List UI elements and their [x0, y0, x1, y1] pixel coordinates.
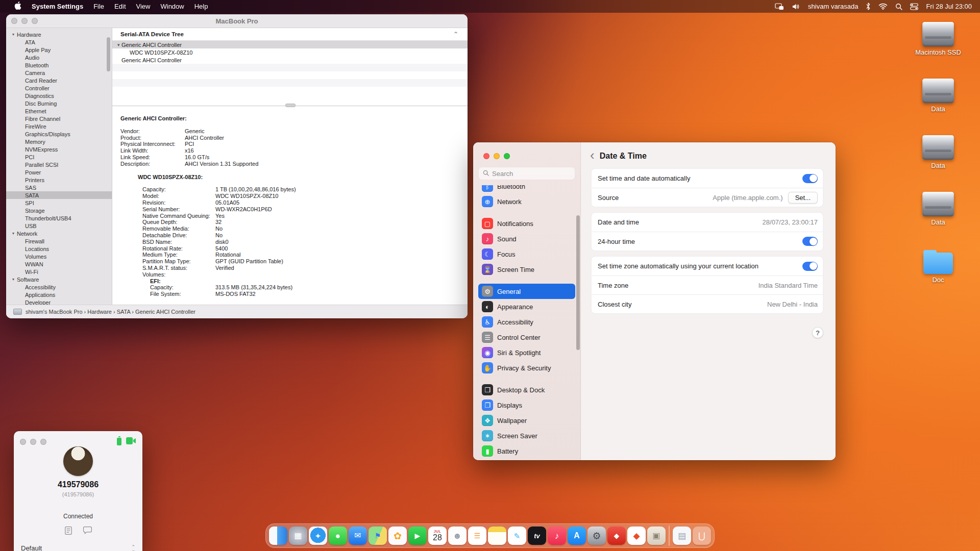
sysinfo-sidebar-item[interactable]: USB — [6, 222, 112, 230]
menubar-clock[interactable]: Fri 28 Jul 23:00 — [926, 0, 972, 13]
chat-icon[interactable] — [83, 526, 92, 537]
sysinfo-sidebar-item[interactable]: Ethernet — [6, 107, 112, 115]
dock-tv[interactable]: tv — [528, 527, 546, 545]
collapse-chevron-icon[interactable]: ⌃ — [453, 31, 458, 38]
wifi-icon[interactable] — [878, 0, 888, 13]
sysinfo-sidebar-item[interactable]: Disc Burning — [6, 99, 112, 107]
sysinfo-sidebar-item[interactable]: Fibre Channel — [6, 115, 112, 122]
device-tree-row[interactable]: WDC WD10SPZX-08Z10 — [112, 48, 468, 56]
desktop-icon-data-1[interactable]: Data — [908, 79, 969, 113]
sysinfo-sidebar-item[interactable]: Developer — [6, 298, 112, 305]
device-tree-row[interactable] — [112, 64, 468, 71]
sysinfo-sidebar-item[interactable]: Thunderbolt/USB4 — [6, 214, 112, 222]
dock-notes[interactable] — [488, 527, 506, 545]
dock-music[interactable]: ♪ — [548, 527, 566, 545]
minimize-button[interactable] — [30, 439, 36, 445]
minimize-button[interactable] — [494, 153, 500, 159]
sysinfo-sidebar-item[interactable]: Power — [6, 168, 112, 176]
sysinfo-sidebar-item[interactable]: PCI — [6, 153, 112, 161]
sidebar-scrollbar[interactable] — [107, 37, 110, 71]
sysinfo-sidebar-item[interactable]: Volumes — [6, 253, 112, 260]
dock-maps[interactable]: ⚑ — [369, 527, 387, 545]
sysinfo-sidebar-item[interactable]: FireWire — [6, 122, 112, 130]
sysinfo-sidebar-item[interactable]: SAS — [6, 184, 112, 191]
dock-freeform[interactable]: ✎ — [508, 527, 526, 545]
sysinfo-sidebar-item[interactable]: Camera — [6, 69, 112, 77]
sidebar-item-network[interactable]: ⊕ Network — [478, 194, 575, 209]
desktop-icon-doc[interactable]: Doc — [908, 248, 969, 284]
sysinfo-sidebar-item[interactable]: Accessibility — [6, 283, 112, 291]
control-center-icon[interactable] — [910, 0, 918, 13]
sysinfo-sidebar-item[interactable]: NVMExpress — [6, 145, 112, 153]
menu-item[interactable]: File — [88, 0, 109, 13]
dock-photos[interactable]: ✿ — [388, 527, 407, 545]
zoom-button[interactable] — [504, 153, 510, 159]
set-source-button[interactable]: Set... — [788, 192, 818, 204]
sysinfo-sidebar-item[interactable]: Locations — [6, 245, 112, 253]
dock-contacts[interactable]: ☻ — [448, 527, 467, 545]
sysinfo-sidebar-item[interactable]: Card Reader — [6, 77, 112, 84]
sidebar-item-accessibility[interactable]: ♿ Accessibility — [478, 314, 575, 330]
dock-separator[interactable] — [669, 525, 670, 546]
sysinfo-sidebar-item[interactable]: Storage — [6, 207, 112, 214]
auto-timezone-toggle[interactable] — [802, 262, 818, 271]
apple-menu[interactable] — [9, 0, 27, 13]
dock-reminders[interactable]: ☰ — [468, 527, 486, 545]
desktop-icon-macintosh-ssd[interactable]: Macintosh SSD — [908, 22, 969, 56]
video-call-icon[interactable] — [126, 437, 136, 446]
sidebar-item-focus[interactable]: ☾ Focus — [478, 246, 575, 262]
settings-sidebar-scrollbar[interactable] — [576, 215, 580, 350]
sysinfo-sidebar-item[interactable]: ATA — [6, 38, 112, 46]
volume-icon[interactable] — [792, 0, 800, 13]
dock-safari[interactable]: ✦ — [309, 527, 327, 545]
sysinfo-sidebar-item[interactable]: Wi-Fi — [6, 268, 112, 276]
sidebar-item-wallpaper[interactable]: ❖ Wallpaper — [478, 413, 575, 428]
sidebar-item-appearance[interactable]: ◐ Appearance — [478, 299, 575, 314]
sysinfo-sidebar-item[interactable]: Audio — [6, 54, 112, 61]
sidebar-item-notifications[interactable]: ▢ Notifications — [478, 216, 575, 231]
dock-messages[interactable]: ● — [329, 527, 347, 545]
menu-item[interactable]: Window — [155, 0, 189, 13]
close-button[interactable] — [11, 18, 17, 24]
search-input[interactable] — [492, 170, 571, 178]
menu-app-title[interactable]: System Settings — [27, 0, 88, 13]
screen-mirroring-icon[interactable] — [775, 0, 784, 13]
breadcrumb[interactable]: shivam's MacBook Pro › Hardware › SATA ›… — [26, 309, 195, 315]
spotlight-icon[interactable] — [895, 0, 902, 13]
sysinfo-sidebar-item[interactable]: Software — [6, 276, 112, 283]
dock-launchpad[interactable]: ▦ — [289, 527, 307, 545]
sysinfo-sidebar-item[interactable]: Hardware — [6, 31, 112, 38]
sysinfo-sidebar-item[interactable]: Parallel SCSI — [6, 161, 112, 168]
sysinfo-sidebar-item[interactable]: Network — [6, 230, 112, 237]
hour24-toggle[interactable] — [802, 237, 818, 246]
device-tree-row[interactable]: ▾ Generic AHCI Controller — [112, 41, 468, 48]
menu-item[interactable]: View — [131, 0, 156, 13]
sidebar-item-siri-spotlight[interactable]: ◉ Siri & Spotlight — [478, 345, 575, 360]
sysinfo-sidebar-item[interactable]: Controller — [6, 84, 112, 92]
menu-item[interactable]: Edit — [109, 0, 131, 13]
menubar-user[interactable]: shivam varasada — [808, 0, 858, 13]
dock-app-tan[interactable]: ▣ — [647, 527, 666, 545]
device-tree-row[interactable] — [112, 71, 468, 79]
zoom-button[interactable] — [40, 439, 46, 445]
dock-documents[interactable]: ▤ — [673, 527, 691, 545]
device-tree-row[interactable]: Generic AHCI Controller — [112, 56, 468, 64]
disclosure-chevron-icon[interactable]: ▾ — [112, 42, 119, 47]
sidebar-item-general[interactable]: ⚙ General — [478, 284, 575, 299]
dock-calendar[interactable]: JUL 28 — [428, 527, 447, 545]
dock-finder[interactable] — [269, 527, 287, 545]
sysinfo-sidebar-item[interactable]: Graphics/Displays — [6, 130, 112, 138]
dock-app-orange[interactable]: ◆ — [627, 527, 646, 545]
minimize-button[interactable] — [21, 18, 28, 24]
sysinfo-sidebar-item[interactable]: Printers — [6, 176, 112, 184]
dock-app-red[interactable]: ◆ — [607, 527, 626, 545]
sidebar-item-control-center[interactable]: ☰ Control Center — [478, 330, 575, 345]
sidebar-item-bluetooth[interactable]: ᛒ Bluetooth — [478, 185, 575, 194]
sysinfo-sidebar-item[interactable]: Bluetooth — [6, 61, 112, 69]
device-tree-row[interactable] — [112, 79, 468, 87]
sidebar-item-screen-time[interactable]: ⌛ Screen Time — [478, 262, 575, 277]
desktop-icon-data-3[interactable]: Data — [908, 192, 969, 226]
sidebar-item-desktop-dock[interactable]: ❒ Desktop & Dock — [478, 382, 575, 397]
auto-time-toggle[interactable] — [802, 174, 818, 183]
sysinfo-sidebar-item[interactable]: SPI — [6, 199, 112, 207]
